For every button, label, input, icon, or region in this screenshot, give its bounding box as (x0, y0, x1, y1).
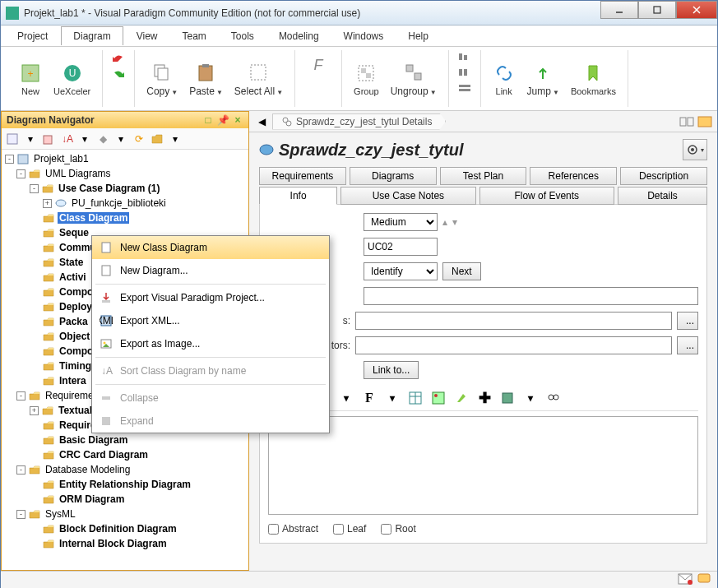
tree-row[interactable]: CRC Card Diagram (3, 447, 247, 462)
align-icon-2[interactable] (457, 67, 472, 82)
field-s[interactable] (355, 312, 672, 330)
minimize-button[interactable] (600, 1, 638, 19)
tree-expander[interactable]: + (30, 406, 39, 415)
tree-row[interactable]: Entity Relationship Diagram (3, 477, 247, 492)
abstract-checkbox[interactable]: Abstract (268, 523, 318, 535)
tree-expander[interactable]: - (16, 465, 25, 475)
ribbon-font[interactable]: F (303, 52, 333, 78)
ribbon-ungroup[interactable]: Ungroup▼ (387, 59, 440, 99)
tree-row[interactable]: Basic Diagram (3, 433, 247, 447)
nav-sort-icon[interactable]: ↓A (59, 132, 74, 146)
dock-icon[interactable]: □ (202, 114, 214, 126)
ribbon-selectall[interactable]: Select All▼ (231, 59, 286, 99)
chat-icon[interactable] (697, 573, 711, 587)
breadcrumb-segment[interactable]: Sprawdz_czy_jest_tytul Details (272, 113, 446, 130)
ribbon-new[interactable]: +New (16, 60, 45, 98)
tab-requirements[interactable]: Requirements (259, 167, 346, 185)
font-icon[interactable]: F (360, 389, 378, 407)
nav-tool-7[interactable]: ▾ (113, 132, 128, 146)
tree-row[interactable]: -Database Modeling (3, 462, 247, 477)
tree-row[interactable]: ORM Diagram (3, 492, 247, 507)
tree-row[interactable]: Internal Block Diagram (3, 536, 247, 551)
id-input[interactable] (364, 238, 438, 256)
tab-diagrams[interactable]: Diagrams (350, 167, 437, 185)
browse-tors-button[interactable]: ... (677, 336, 698, 354)
image-icon[interactable] (429, 389, 447, 407)
nav-folder-icon[interactable] (150, 132, 164, 146)
tab-details[interactable]: Details (618, 187, 707, 205)
undo-icon[interactable] (111, 52, 126, 67)
tree-row[interactable]: Block Definition Diagram (3, 521, 247, 536)
ribbon-link[interactable]: Link (489, 60, 519, 98)
nav-tool-1[interactable] (5, 132, 20, 146)
align-icon-3[interactable] (457, 83, 472, 98)
leaf-checkbox[interactable]: Leaf (333, 523, 366, 535)
breadcrumb-tool-2[interactable] (697, 114, 712, 129)
tab-description[interactable]: Description (620, 167, 707, 185)
tree-row[interactable]: Class Diagram (3, 211, 247, 225)
priority-down-icon[interactable]: ▾ (452, 216, 457, 228)
menu-windows[interactable]: Windows (332, 27, 396, 45)
menu-modeling[interactable]: Modeling (267, 27, 331, 45)
close-panel-icon[interactable]: × (232, 114, 243, 126)
phase-select[interactable]: Identify (364, 262, 438, 280)
pin-icon[interactable]: 📌 (217, 114, 229, 126)
tab-usecasenotes[interactable]: Use Case Notes (340, 187, 475, 205)
tree-row[interactable]: +PU_funkcje_biblioteki (3, 196, 247, 211)
nav-tool-6[interactable]: ◆ (95, 132, 110, 146)
redo-icon[interactable] (111, 67, 126, 82)
tab-testplan[interactable]: Test Plan (440, 167, 527, 185)
priority-select[interactable]: Medium (364, 213, 438, 231)
nav-refresh-icon[interactable]: ⟳ (132, 132, 146, 146)
breadcrumb-back-icon[interactable]: ◀ (254, 114, 269, 129)
rte-drop-4[interactable]: ▾ (521, 389, 540, 407)
table-icon[interactable] (406, 389, 424, 407)
maximize-button[interactable] (638, 1, 676, 19)
mail-icon[interactable] (678, 573, 693, 587)
menu-diagram[interactable]: Diagram (61, 26, 123, 45)
rte-drop-3[interactable]: ▾ (383, 389, 401, 407)
context-menu-item[interactable]: New Class Diagram (92, 236, 329, 259)
tree-row[interactable]: -UML Diagrams (3, 166, 247, 181)
context-menu-item[interactable]: New Diagram... (92, 259, 329, 282)
ribbon-group[interactable]: Group (350, 60, 382, 98)
field-tors[interactable] (355, 336, 672, 354)
context-menu-item[interactable]: Export as Image... (92, 332, 329, 355)
ribbon-uexceler[interactable]: UUeXceler (50, 60, 94, 98)
browse-s-button[interactable]: ... (677, 312, 698, 330)
ribbon-paste[interactable]: Paste▼ (186, 59, 226, 99)
add-icon[interactable]: ✚ (475, 389, 493, 407)
nav-tool-3[interactable] (41, 132, 56, 146)
tree-row[interactable]: -SysML (3, 507, 247, 521)
breadcrumb-tool-1[interactable] (679, 114, 694, 129)
field-1[interactable] (364, 287, 698, 305)
menu-help[interactable]: Help (396, 27, 440, 45)
highlight-icon[interactable] (452, 389, 470, 407)
next-button[interactable]: Next (442, 262, 481, 280)
nav-tool-10[interactable]: ▾ (168, 132, 183, 146)
tab-references[interactable]: References (530, 167, 617, 185)
tree-expander[interactable]: - (5, 155, 14, 164)
tree-expander[interactable]: - (16, 169, 25, 178)
linkto-button[interactable]: Link to... (364, 361, 419, 379)
model-icon[interactable] (498, 389, 516, 407)
find-icon[interactable] (544, 389, 563, 407)
tree-expander[interactable]: - (30, 184, 39, 193)
root-checkbox[interactable]: Root (381, 523, 415, 535)
rte-drop-2[interactable]: ▾ (337, 389, 355, 407)
menu-view[interactable]: View (125, 27, 169, 45)
ribbon-jump[interactable]: Jump▼ (524, 59, 563, 99)
align-icon-1[interactable] (457, 52, 472, 67)
tree-expander[interactable]: + (43, 199, 52, 208)
nav-tool-5[interactable]: ▾ (77, 132, 92, 146)
ribbon-bookmarks[interactable]: Bookmarks (567, 60, 619, 98)
nav-tool-2[interactable]: ▾ (23, 132, 38, 146)
tab-flowevents[interactable]: Flow of Events (479, 187, 614, 205)
tree-expander[interactable]: - (16, 510, 25, 519)
tree-expander[interactable]: - (16, 391, 25, 400)
description-area[interactable] (268, 416, 698, 515)
context-menu-item[interactable]: XMLExport XML... (92, 309, 329, 332)
tree-row[interactable]: -Use Case Diagram (1) (3, 181, 247, 196)
close-button[interactable] (676, 1, 717, 19)
ribbon-copy[interactable]: Copy▼ (143, 59, 181, 99)
